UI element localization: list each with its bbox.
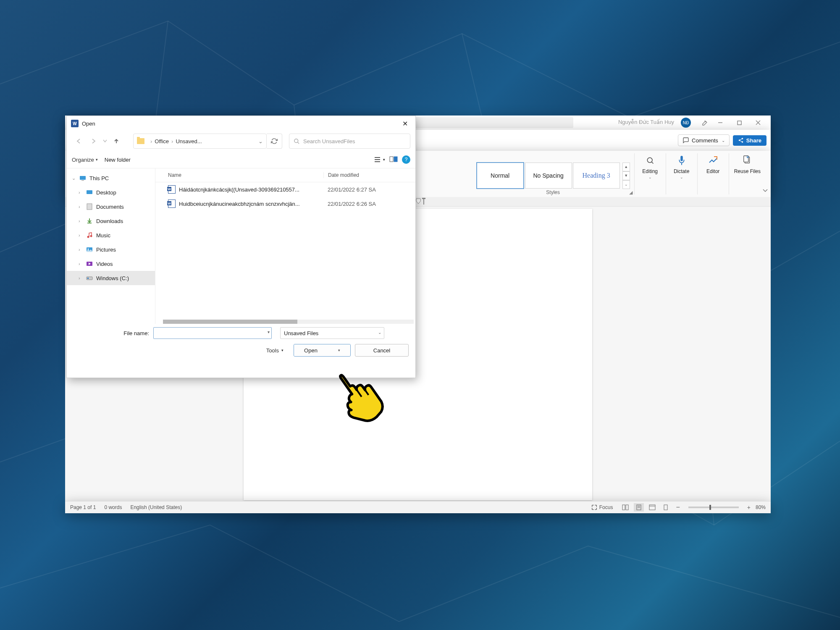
file-name: Huidbceiucnjkánucineakcbhzjcnám scnzxvhc…: [179, 201, 300, 207]
read-mode-icon[interactable]: [620, 503, 630, 512]
svg-rect-29: [87, 190, 92, 194]
refresh-button[interactable]: [267, 134, 282, 149]
organize-menu[interactable]: Organize ▾: [72, 157, 98, 163]
web-layout-icon[interactable]: [647, 503, 657, 512]
dictate-button[interactable]: Dictate ⌄ Voice: [666, 151, 697, 197]
file-list: Name Date modified Háidáotcnjkánkcácsjk(…: [155, 168, 415, 324]
file-name: Háidáotcnjkánkcácsjk((Unsaved-3093692105…: [179, 186, 299, 193]
ruler-tab-marker[interactable]: [422, 197, 425, 203]
styles-group: Normal No Spacing Heading 3 ▲▼⌄ Styles ◢: [472, 151, 634, 197]
dialog-nav: › Office › Unsaved... ⌄ Search UnsavedFi…: [67, 131, 415, 151]
open-button[interactable]: Open: [294, 344, 328, 356]
print-layout-icon[interactable]: [634, 503, 644, 512]
zoom-to-page-icon[interactable]: [661, 503, 671, 512]
nav-recent-dropdown[interactable]: [102, 134, 108, 148]
column-date[interactable]: Date modified: [323, 172, 415, 178]
view-options-button[interactable]: ▾: [374, 157, 385, 163]
svg-rect-26: [394, 157, 397, 162]
address-bar[interactable]: › Office › Unsaved... ⌄: [133, 134, 267, 149]
svg-rect-13: [626, 505, 628, 510]
filename-input[interactable]: ▾: [153, 327, 272, 339]
tree-downloads[interactable]: › Downloads: [67, 214, 155, 228]
tree-pictures[interactable]: › Pictures: [67, 242, 155, 257]
dialog-footer: File name: ▾ Unsaved Files ⌄ Tools ▾ Ope…: [67, 324, 415, 363]
tree-videos[interactable]: › Videos: [67, 257, 155, 271]
svg-rect-37: [87, 278, 89, 279]
zoom-in-button[interactable]: +: [746, 504, 752, 511]
word-count[interactable]: 0 words: [104, 504, 122, 510]
close-window-button[interactable]: [750, 116, 766, 130]
folder-icon: [137, 138, 144, 144]
focus-mode-button[interactable]: Focus: [591, 504, 613, 511]
maximize-button[interactable]: [731, 116, 748, 130]
column-name[interactable]: Name: [155, 172, 323, 178]
search-placeholder: Search UnsavedFiles: [303, 138, 355, 144]
tree-c-drive[interactable]: › Windows (C:): [67, 271, 155, 285]
share-button[interactable]: Share: [733, 135, 766, 146]
tree-desktop[interactable]: › Desktop: [67, 185, 155, 200]
dialog-search-input[interactable]: Search UnsavedFiles: [289, 134, 410, 149]
tools-menu[interactable]: Tools ▾: [266, 347, 284, 354]
preview-pane-button[interactable]: [389, 156, 398, 163]
focus-label: Focus: [599, 504, 613, 510]
page-indicator[interactable]: Page 1 of 1: [70, 504, 96, 510]
file-row[interactable]: Háidáotcnjkánkcácsjk((Unsaved-3093692105…: [155, 182, 415, 197]
account-name[interactable]: Nguyễn Đức Tuấn Huy: [618, 119, 674, 125]
coming-soon-icon[interactable]: [700, 119, 708, 128]
breadcrumb-office[interactable]: Office: [155, 138, 169, 144]
language-indicator[interactable]: English (United States): [130, 504, 182, 510]
tree-documents[interactable]: › Documents: [67, 200, 155, 214]
svg-rect-6: [680, 156, 683, 161]
editing-button[interactable]: Editing ⌄: [635, 151, 666, 197]
minimize-button[interactable]: [712, 116, 729, 130]
styles-group-label: Styles: [472, 189, 634, 195]
svg-line-5: [651, 162, 653, 163]
svg-point-4: [647, 158, 652, 163]
dictate-label: Dictate: [674, 168, 689, 174]
cancel-button[interactable]: Cancel: [355, 344, 409, 357]
nav-tree: ⌄ This PC › Desktop › Documents › Downlo…: [67, 168, 155, 324]
svg-rect-19: [664, 505, 667, 510]
nav-back-button[interactable]: [72, 134, 85, 148]
status-bar: Page 1 of 1 0 words English (United Stat…: [65, 501, 771, 513]
collapse-ribbon-icon[interactable]: [762, 187, 768, 194]
help-icon[interactable]: ?: [402, 155, 410, 164]
svg-rect-11: [423, 198, 424, 205]
zoom-level[interactable]: 80%: [756, 504, 766, 510]
nav-forward-button[interactable]: [87, 134, 100, 148]
horizontal-scrollbar[interactable]: [163, 320, 414, 324]
svg-rect-17: [649, 505, 655, 510]
ruler-indent-marker[interactable]: [416, 198, 421, 204]
style-normal[interactable]: Normal: [476, 162, 524, 189]
style-no-spacing[interactable]: No Spacing: [525, 163, 572, 189]
svg-point-32: [90, 235, 92, 237]
open-dropdown-button[interactable]: ▾: [328, 344, 350, 356]
zoom-out-button[interactable]: −: [674, 504, 681, 511]
dialog-title: Open: [82, 121, 95, 127]
address-dropdown-icon[interactable]: ⌄: [258, 138, 263, 144]
breadcrumb-unsaved[interactable]: Unsaved...: [176, 138, 202, 144]
tree-this-pc[interactable]: ⌄ This PC: [67, 171, 155, 185]
editor-label: Editor: [706, 168, 719, 174]
styles-dialog-launcher[interactable]: ◢: [629, 190, 633, 195]
share-label: Share: [746, 137, 761, 144]
file-date: 22/01/2022 6:26 SA: [323, 201, 415, 207]
comments-button[interactable]: Comments ⌄: [678, 134, 730, 146]
style-heading[interactable]: Heading 3: [573, 163, 620, 189]
nav-up-button[interactable]: [110, 134, 123, 148]
column-headers[interactable]: Name Date modified: [155, 168, 415, 182]
tree-music[interactable]: › Music: [67, 228, 155, 242]
dialog-close-button[interactable]: ✕: [399, 117, 411, 130]
comments-label: Comments: [692, 137, 718, 144]
new-folder-button[interactable]: New folder: [105, 157, 131, 163]
styles-scroll[interactable]: ▲▼⌄: [622, 163, 630, 189]
editing-label: Editing: [642, 168, 658, 174]
zoom-slider[interactable]: [688, 507, 739, 508]
account-avatar[interactable]: NĐ: [681, 118, 691, 128]
file-type-filter[interactable]: Unsaved Files ⌄: [280, 327, 384, 339]
dialog-toolbar: Organize ▾ New folder ▾ ?: [67, 151, 415, 168]
file-row[interactable]: Huidbceiucnjkánucineakcbhzjcnám scnzxvhc…: [155, 197, 415, 211]
file-date: 22/01/2022 6:27 SA: [323, 186, 415, 193]
word-search-box[interactable]: [393, 117, 573, 128]
editor-button[interactable]: Editor Editor: [698, 151, 729, 197]
